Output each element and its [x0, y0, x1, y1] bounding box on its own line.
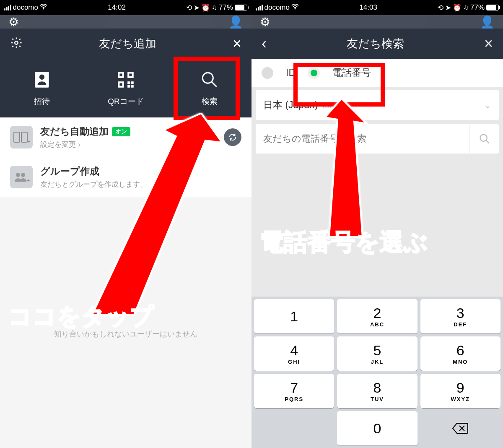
search-submit[interactable] [469, 124, 499, 154]
svg-point-1 [15, 41, 18, 44]
search-icon [199, 69, 220, 90]
wifi-icon [291, 3, 299, 12]
invite-button[interactable]: 招待 [0, 59, 84, 117]
svg-marker-22 [92, 113, 222, 315]
add-method-row: 招待 QRコード 検索 [0, 59, 252, 117]
refresh-icon [228, 133, 237, 142]
alarm-icon: ⏰ [453, 3, 462, 12]
keypad-6[interactable]: 6MNO [420, 336, 500, 371]
svg-rect-8 [131, 81, 134, 84]
svg-rect-7 [127, 81, 130, 84]
signal-icon [4, 5, 11, 10]
svg-point-23 [294, 8, 296, 10]
wifi-icon [40, 3, 47, 12]
svg-line-25 [486, 141, 489, 143]
location-icon: ➤ [194, 3, 200, 12]
alarm-icon: ⏰ [201, 3, 210, 12]
qrcode-button[interactable]: QRコード [84, 59, 168, 117]
arrow-left [63, 113, 222, 333]
orientation-lock-icon: ⟲ [438, 3, 443, 12]
keypad-4[interactable]: 4GHI [254, 336, 334, 371]
close-button[interactable]: × [484, 36, 493, 51]
backspace-icon [452, 422, 469, 434]
nav-header: ‹ 友だち検索 × [252, 29, 503, 59]
keypad-0[interactable]: 0 [337, 411, 417, 445]
close-button[interactable]: × [233, 36, 241, 51]
invite-label: 招待 [34, 96, 50, 107]
svg-marker-26 [325, 99, 367, 237]
battery-pct: 77% [470, 3, 485, 12]
search-label: 検索 [202, 96, 218, 107]
svg-point-20 [21, 173, 25, 177]
contact-card-icon [31, 69, 52, 90]
phone-right: docomo 14:03 ⟲ ➤ ⏰ ♫ 77% ⚙ 👤 ‹ 友だち検索 × I… [252, 0, 503, 448]
keypad-7[interactable]: 7PQRS [254, 374, 334, 408]
headphones-icon: ♫ [212, 3, 217, 12]
annotation-right: 電話番号を選ぶ [260, 227, 428, 258]
svg-line-15 [212, 82, 216, 86]
background-peek: ⚙ 👤 [0, 15, 252, 29]
chevron-down-icon: ⌄ [484, 100, 491, 110]
gear-icon: ⚙ [8, 15, 19, 29]
tab-phone-label[interactable]: 電話番号 [332, 66, 371, 79]
battery-pct: 77% [219, 3, 233, 12]
arrow-right [312, 99, 379, 243]
keypad-blank [254, 411, 334, 445]
qrcode-icon [115, 69, 136, 90]
svg-rect-13 [119, 83, 122, 86]
svg-point-24 [480, 135, 487, 141]
keypad-1[interactable]: 1 [254, 299, 334, 333]
headphones-icon: ♫ [463, 3, 469, 12]
keypad-9[interactable]: 9WXYZ [420, 374, 500, 408]
keypad-2[interactable]: 2ABC [337, 299, 417, 333]
group-icon: + [10, 166, 33, 188]
qrcode-label: QRコード [108, 96, 144, 107]
radio-id[interactable] [262, 67, 273, 79]
keypad-8[interactable]: 8TUV [337, 374, 417, 408]
svg-rect-10 [131, 85, 134, 88]
annotation-left: ココをタップ [8, 301, 154, 333]
sync-button[interactable] [224, 128, 241, 146]
gear-icon: ⚙ [260, 15, 270, 29]
gear-icon [10, 36, 23, 49]
carrier: docomo [264, 3, 290, 12]
settings-button[interactable] [10, 36, 23, 51]
battery-icon [235, 5, 247, 10]
keypad-5[interactable]: 5JKL [337, 336, 417, 371]
status-bar: docomo 14:03 ⟲ ➤ ⏰ ♫ 77% [252, 0, 503, 15]
svg-text:+: + [26, 177, 30, 183]
svg-rect-17 [21, 132, 27, 142]
svg-rect-11 [119, 73, 122, 76]
svg-point-3 [39, 75, 45, 80]
location-icon: ➤ [445, 3, 451, 12]
search-type-tabs: ID 電話番号 [252, 59, 503, 87]
carrier: docomo [13, 3, 38, 12]
country-name: 日本 (Japan) [263, 99, 318, 110]
svg-text:+: + [27, 138, 30, 143]
status-bar: docomo 14:02 ⟲ ➤ ⏰ ♫ 77% [0, 0, 252, 15]
clock: 14:03 [299, 3, 438, 12]
auto-add-icon: + [10, 126, 33, 148]
battery-icon [486, 5, 499, 10]
signal-icon [256, 5, 263, 10]
search-icon [479, 133, 490, 145]
radio-phone[interactable] [308, 67, 320, 79]
phone-left: docomo 14:02 ⟲ ➤ ⏰ ♫ 77% ⚙ 👤 友だち追加 × 招待 [0, 0, 252, 448]
tab-id-label[interactable]: ID [286, 67, 296, 78]
clock: 14:02 [47, 3, 186, 12]
person-icon: 👤 [228, 15, 243, 29]
svg-point-0 [43, 8, 44, 10]
keypad-delete[interactable] [420, 411, 500, 445]
svg-rect-9 [127, 85, 130, 88]
page-title: 友だち追加 [23, 36, 233, 51]
person-icon: 👤 [480, 15, 495, 29]
background-peek: ⚙ 👤 [252, 15, 503, 29]
numeric-keypad: 12ABC3DEF4GHI5JKL6MNO7PQRS8TUV9WXYZ0 [252, 297, 503, 448]
orientation-lock-icon: ⟲ [186, 3, 192, 12]
search-button[interactable]: 検索 [168, 59, 252, 117]
svg-rect-16 [14, 132, 20, 142]
nav-header: 友だち追加 × [0, 29, 252, 59]
svg-point-19 [16, 173, 20, 177]
back-button[interactable]: ‹ [262, 35, 267, 52]
keypad-3[interactable]: 3DEF [420, 299, 500, 333]
